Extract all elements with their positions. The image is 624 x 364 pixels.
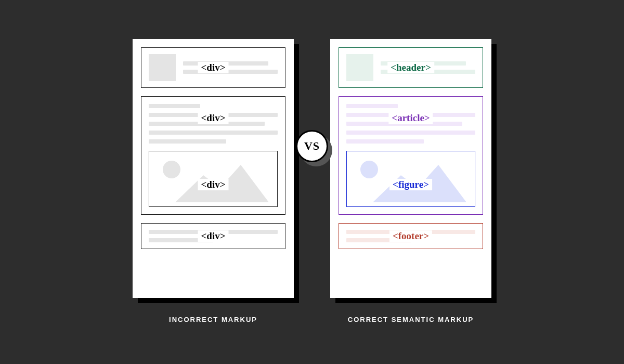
comparison-diagram: <div> <div> (0, 39, 624, 323)
incorrect-footer-tag: <div> (198, 230, 229, 242)
incorrect-article-tag: <div> (198, 112, 229, 124)
incorrect-article-block: <div> <div> (141, 96, 285, 215)
incorrect-header-tag: <div> (198, 62, 229, 73)
correct-figure-tag: <figure> (389, 179, 432, 190)
correct-column: <header> <article> (330, 39, 491, 323)
correct-footer-tag: <footer> (389, 230, 432, 242)
incorrect-figure-tag: <div> (198, 179, 229, 190)
incorrect-card: <div> <div> (133, 39, 294, 298)
correct-caption: CORRECT SEMANTIC MARKUP (348, 316, 474, 323)
incorrect-caption: INCORRECT MARKUP (169, 316, 257, 323)
incorrect-figure-block: <div> (149, 151, 278, 207)
correct-header-block: <header> (339, 47, 483, 88)
correct-card: <header> <article> (330, 39, 491, 298)
correct-footer-block: <footer> (339, 223, 483, 249)
incorrect-footer-block: <div> (141, 223, 285, 249)
correct-article-tag: <article> (388, 112, 433, 124)
vs-badge: VS (296, 130, 328, 162)
correct-header-tag: <header> (387, 62, 434, 73)
correct-figure-block: <figure> (346, 151, 475, 207)
correct-article-block: <article> <figure> (339, 96, 483, 215)
vs-label: VS (296, 130, 328, 162)
incorrect-column: <div> <div> (133, 39, 294, 323)
incorrect-header-block: <div> (141, 47, 285, 88)
